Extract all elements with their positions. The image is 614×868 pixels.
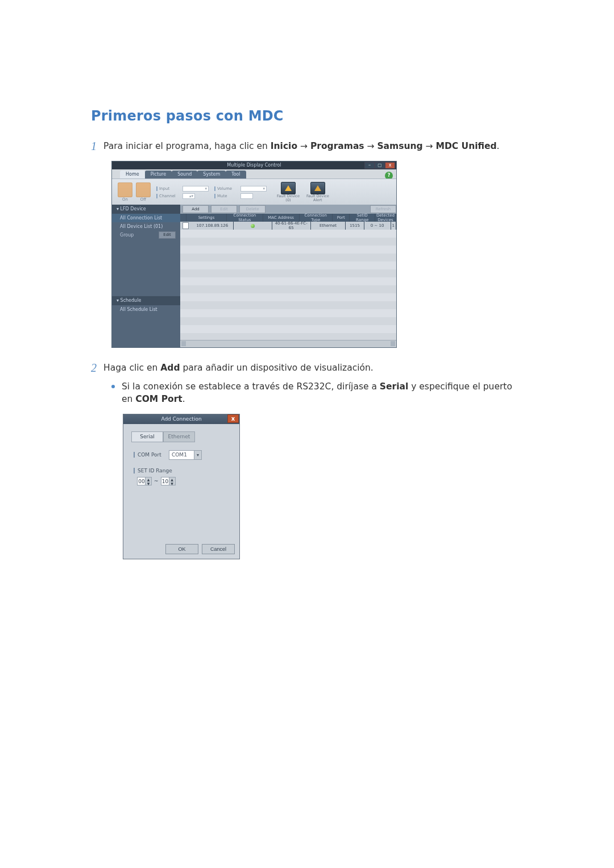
add-button[interactable]: Add: [182, 205, 209, 213]
cancel-button[interactable]: Cancel: [202, 544, 235, 554]
tab-tool[interactable]: Tool: [226, 171, 246, 178]
fault-alert-icon[interactable]: [310, 182, 325, 194]
bullet-item: Si la conexión se establece a través de …: [111, 380, 523, 406]
dialog-buttons: OK Cancel: [165, 544, 235, 554]
minimize-button[interactable]: –: [364, 162, 375, 169]
tab-system[interactable]: System: [197, 171, 226, 178]
col-setid: SetID Range: [350, 214, 375, 222]
input-label: Input: [156, 186, 181, 191]
maximize-button[interactable]: ▢: [375, 162, 385, 169]
mute-label: Mute: [214, 194, 239, 198]
comport-select[interactable]: COM1 ▾: [169, 450, 202, 460]
list-toolbar: Add Edit Delete Refresh: [180, 205, 396, 214]
status-dot-icon: [251, 224, 255, 228]
page-title: Primeros pasos con MDC: [91, 108, 523, 124]
delete-button[interactable]: Delete: [239, 205, 265, 213]
setid-to-stepper[interactable]: 10 ▲▼: [161, 477, 176, 485]
setid-range: 00 ▲▼ ~ 10 ▲▼: [137, 477, 176, 485]
bullet-list: Si la conexión se establece a través de …: [111, 380, 523, 406]
col-port: Port: [333, 214, 350, 222]
channel-stepper[interactable]: ▴▾: [182, 193, 195, 199]
horizontal-scrollbar[interactable]: [180, 340, 396, 347]
input-select[interactable]: ▾: [182, 186, 209, 192]
fault-panel: Fault Device (0) Fault Device Alert: [277, 182, 329, 202]
chevron-down-icon: ▾: [194, 451, 201, 459]
volume-stepper[interactable]: ▾: [240, 186, 267, 192]
col-mac: MAC Address: [263, 214, 300, 222]
volume-label: Volume: [214, 186, 239, 191]
table-row[interactable]: 107.108.89.126 40-61-86-4E-FC-65 Etherne…: [180, 222, 396, 230]
fault-device-icon[interactable]: [281, 182, 296, 194]
window-title: Multiple Display Control: [112, 161, 396, 169]
col-connstat: Connection Status: [227, 214, 263, 222]
ribbon: On Off Input▾ Channel▴▾ Volume▾ Mute Fau…: [112, 178, 396, 206]
refresh-button[interactable]: Refresh: [370, 205, 396, 213]
sidebar-group-label: Group: [120, 232, 134, 238]
bullet-dot-icon: [111, 385, 115, 388]
tab-picture[interactable]: Picture: [145, 171, 172, 178]
sidebar-hdr-schedule[interactable]: Schedule: [112, 296, 180, 305]
tab-serial[interactable]: Serial: [131, 431, 163, 442]
step-1-text: Para iniciar el programa, haga clic en I…: [103, 140, 523, 152]
setid-from-stepper[interactable]: 00 ▲▼: [137, 477, 152, 485]
col-settings: Settings: [186, 214, 227, 222]
group-edit-button[interactable]: Edit: [159, 231, 176, 239]
comport-label: COM Port: [134, 452, 161, 458]
sidebar-hdr-lfd[interactable]: LFD Device: [112, 205, 180, 214]
mute-toggle[interactable]: [240, 193, 253, 199]
sidebar-item-allconn[interactable]: All Connection List: [112, 214, 180, 222]
volume-panel: Volume▾ Mute: [214, 179, 267, 205]
edit-button[interactable]: Edit: [211, 205, 237, 213]
window-controls: – ▢ x: [364, 162, 395, 169]
row-checkbox[interactable]: [182, 222, 189, 229]
dialog-close-button[interactable]: x: [227, 414, 239, 423]
step-1-number: 1: [91, 140, 103, 153]
dialog-tabs: Serial Ethernet: [131, 431, 195, 442]
tab-sound[interactable]: Sound: [172, 171, 197, 178]
step-1: 1 Para iniciar el programa, haga clic en…: [91, 140, 523, 153]
main-tabs: Home Picture Sound System Tool: [120, 171, 246, 178]
power-off-icon[interactable]: [136, 182, 151, 197]
input-panel: Input▾ Channel▴▾: [156, 179, 209, 205]
sidebar-group-row: Group Edit: [112, 231, 180, 239]
sidebar: LFD Device All Connection List All Devic…: [112, 205, 180, 347]
col-detected: Detected Devices: [375, 214, 396, 222]
table-body-empty: [180, 230, 396, 340]
step-2-number: 2: [91, 362, 103, 375]
power-on-icon[interactable]: [118, 182, 132, 197]
add-connection-dialog: Add Connection x Serial Ethernet COM Por…: [123, 414, 240, 559]
ok-button[interactable]: OK: [165, 544, 198, 554]
mdc-window: Multiple Display Control – ▢ x ? Home Pi…: [111, 161, 397, 348]
channel-label: Channel: [156, 194, 181, 198]
sidebar-item-alldev[interactable]: All Device List (01): [112, 222, 180, 231]
tab-ethernet[interactable]: Ethernet: [163, 431, 195, 442]
power-icons: On Off: [118, 182, 151, 202]
step-2: 2 Haga clic en Add para añadir un dispos…: [91, 362, 523, 375]
close-button[interactable]: x: [385, 162, 395, 169]
col-conntype: Connection Type: [300, 214, 333, 222]
page: Primeros pasos con MDC 1 Para iniciar el…: [0, 0, 614, 868]
table-header: Settings Connection Status MAC Address C…: [180, 214, 396, 222]
dialog-title: Add Connection: [123, 414, 239, 424]
step-2-text: Haga clic en Add para añadir un disposit…: [103, 362, 523, 374]
setid-label: SET ID Range: [134, 468, 172, 474]
sidebar-item-allsched[interactable]: All Schedule List: [112, 305, 180, 314]
tab-home[interactable]: Home: [120, 171, 145, 178]
